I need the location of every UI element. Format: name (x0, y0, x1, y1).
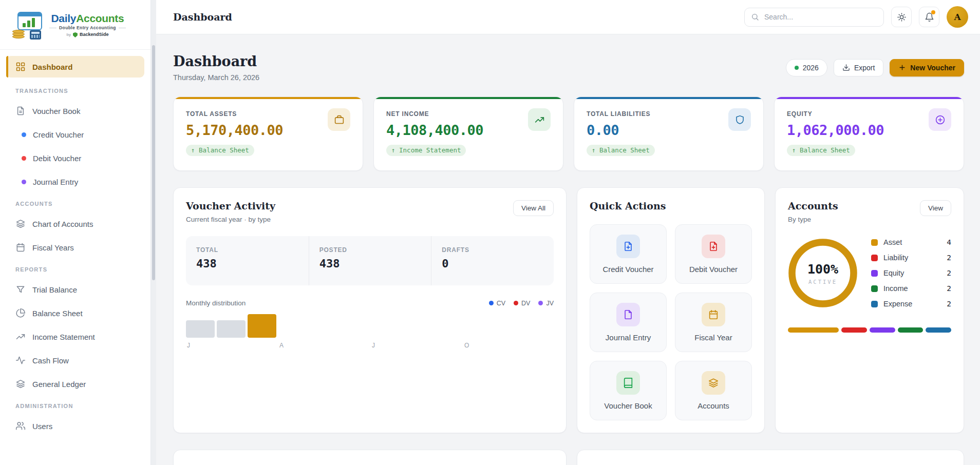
sidebar-item-trial-balance[interactable]: Trial Balance (6, 281, 144, 298)
sidebar-scrollbar-track (151, 0, 156, 465)
search-box[interactable] (744, 8, 884, 27)
sidebar-item-balance-sheet[interactable]: Balance Sheet (6, 304, 144, 322)
quick-action-journal-entry[interactable]: Journal Entry (590, 293, 667, 352)
stat-badge: ↑ Income Statement (386, 145, 466, 156)
quick-action-voucher-book[interactable]: Voucher Book (590, 361, 667, 420)
stat-accent-bar (174, 97, 363, 99)
stat-card-total-liabilities: TOTAL LIABILITIES 0.00 ↑ Balance Sheet (574, 96, 764, 171)
voucher-activity-card: Voucher Activity Current fiscal year · b… (173, 187, 567, 433)
type-distribution-segment-equity (870, 327, 895, 333)
file-plus-icon (623, 241, 634, 252)
voucher-stat-total: TOTAL 438 (186, 236, 309, 285)
sidebar-item-dashboard[interactable]: Dashboard (6, 56, 144, 78)
journal-entry-dot-icon (22, 180, 26, 184)
search-input[interactable] (764, 13, 877, 21)
monthly-bar-chart (186, 314, 554, 338)
stat-value: 4,108,400.00 (386, 122, 551, 138)
month-bar-jan (186, 320, 215, 338)
type-distribution-segment-expense (926, 327, 951, 333)
bottom-right-card (577, 450, 964, 465)
stat-card-net-income: NET INCOME 4,108,400.00 ↑ Income Stateme… (373, 96, 563, 171)
axis-label-oct: O (464, 342, 469, 349)
notifications-button[interactable] (919, 7, 939, 27)
bottom-row (173, 450, 964, 465)
legend-cv-dot-icon (489, 301, 494, 305)
trending-up-icon (534, 114, 545, 125)
monthly-distribution-label: Monthly distribution (186, 299, 246, 307)
topbar-title: Dashboard (173, 11, 232, 23)
app: DailyAccounts Double Entry Accounting by… (0, 0, 980, 465)
type-distribution-segment-asset (788, 327, 839, 333)
stat-label: TOTAL ASSETS (186, 110, 350, 118)
sidebar-item-journal-entry[interactable]: Journal Entry (6, 173, 144, 190)
user-avatar[interactable]: A (947, 6, 968, 28)
sidebar-item-income-statement[interactable]: Income Statement (6, 328, 144, 345)
calendar-icon (15, 242, 26, 253)
stat-card-equity: EQUITY 1,062,000.00 ↑ Balance Sheet (774, 96, 964, 171)
quick-actions-title: Quick Actions (590, 200, 752, 211)
main-area: Dashboard A Dashboard (156, 0, 980, 465)
axis-label-jan: J (187, 342, 190, 349)
pie-chart-icon (15, 308, 26, 318)
sidebar-item-general-ledger[interactable]: General Ledger (6, 375, 144, 393)
stat-label: NET INCOME (386, 110, 551, 118)
stat-value: 1,062,000.00 (787, 122, 951, 138)
stat-accent-bar (775, 97, 964, 99)
voucher-activity-subtitle: Current fiscal year · by type (186, 216, 275, 223)
legend-dv: DV (514, 300, 530, 307)
debit-voucher-dot-icon (22, 156, 26, 161)
brand-name: DailyAccounts (51, 13, 124, 24)
theme-toggle-button[interactable] (891, 7, 912, 27)
stat-badge: ↑ Balance Sheet (186, 145, 254, 156)
quick-action-accounts[interactable]: Accounts (675, 361, 752, 420)
stat-value: 0.00 (587, 122, 751, 138)
stat-label: TOTAL LIABILITIES (587, 110, 751, 118)
new-voucher-button[interactable]: New Voucher (890, 59, 964, 76)
quick-action-credit-voucher[interactable]: Credit Voucher (590, 224, 667, 284)
stat-card-total-assets: TOTAL ASSETS 5,170,400.00 ↑ Balance Shee… (173, 96, 363, 171)
sidebar-scrollbar-thumb[interactable] (152, 45, 155, 280)
layers-icon (15, 379, 26, 389)
stat-badge: ↑ Balance Sheet (787, 145, 855, 156)
page-title: Dashboard (173, 53, 259, 69)
export-button[interactable]: Export (834, 59, 883, 76)
file-icon (623, 309, 634, 320)
legend-row-income: Income 2 (871, 281, 951, 296)
sidebar-item-voucher-book[interactable]: Voucher Book (6, 102, 144, 120)
quick-action-fiscal-year[interactable]: Fiscal Year (675, 293, 752, 352)
legend-row-equity: Equity 2 (871, 265, 951, 281)
sidebar-item-debit-voucher[interactable]: Debit Voucher (6, 149, 144, 167)
plus-icon (898, 64, 906, 71)
sidebar-section-reports: REPORTS (6, 266, 144, 273)
bottom-left-card (173, 450, 567, 465)
sidebar-item-users[interactable]: Users (6, 417, 144, 435)
view-button[interactable]: View (920, 200, 951, 216)
quick-action-debit-voucher[interactable]: Debit Voucher (675, 224, 752, 284)
legend-cv: CV (489, 300, 505, 307)
accounts-subtitle: By type (788, 216, 838, 223)
page-date: Thursday, March 26, 2026 (173, 73, 259, 82)
type-distribution-segment-liability (841, 327, 867, 333)
fiscal-year-badge[interactable]: 2026 (786, 59, 827, 76)
voucher-stat-drafts: DRAFTS 0 (431, 236, 554, 285)
sidebar-item-fiscal-years[interactable]: Fiscal Years (6, 239, 144, 256)
sidebar-item-credit-voucher[interactable]: Credit Voucher (6, 126, 144, 143)
search-icon (751, 13, 759, 21)
sidebar: DailyAccounts Double Entry Accounting by… (0, 0, 151, 465)
sidebar-item-cash-flow[interactable]: Cash Flow (6, 352, 144, 369)
monthly-bar-chart-zone: J A J O (186, 314, 554, 350)
notification-dot (931, 10, 935, 14)
trending-up-icon (15, 332, 26, 342)
download-icon (842, 64, 850, 71)
type-distribution-bar (788, 327, 951, 333)
view-all-button[interactable]: View All (513, 200, 554, 216)
sidebar-item-chart-of-accounts[interactable]: Chart of Accounts (6, 215, 144, 232)
accounts-title: Accounts (788, 200, 838, 211)
expense-swatch-icon (871, 301, 878, 307)
calendar-icon (708, 309, 719, 320)
sidebar-nav: Dashboard TRANSACTIONS Voucher Book Cred… (0, 50, 150, 435)
stat-cards-row: TOTAL ASSETS 5,170,400.00 ↑ Balance Shee… (173, 96, 964, 171)
axis-label-apr: A (279, 342, 284, 349)
stat-value: 5,170,400.00 (186, 122, 350, 138)
book-icon (623, 377, 634, 389)
